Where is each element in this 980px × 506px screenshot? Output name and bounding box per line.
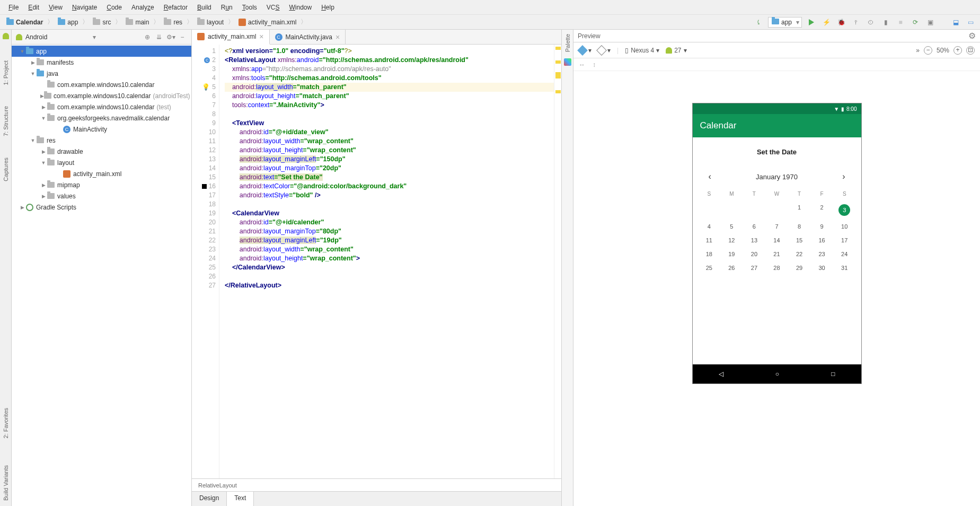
cal-day[interactable]: 5 [720,223,743,230]
run-button[interactable] [806,17,817,28]
profile-icon[interactable]: ⫯ [851,17,861,28]
cal-day[interactable]: 2 [810,204,833,216]
cal-day[interactable]: 9 [810,223,833,230]
zoom-in-button[interactable]: + [953,46,962,55]
crumb-file[interactable]: activity_main.xml [236,18,298,27]
prev-month-icon[interactable]: ‹ [709,172,711,181]
view-dropdown-icon[interactable]: ▾ [93,33,96,41]
tab-mainactivity-java[interactable]: CMainActivity.java× [270,30,346,44]
cal-day[interactable] [720,204,743,216]
attach-debugger-icon[interactable]: ⏲ [866,17,876,28]
tree-pkg-gfg[interactable]: ▼org.geeksforgeeks.navedmalik.calendar [12,112,191,124]
cal-day[interactable]: 31 [833,265,856,271]
cal-day[interactable] [698,204,721,216]
project-structure-icon[interactable]: ⬓ [950,17,961,28]
menu-window[interactable]: Window [285,2,316,13]
cal-day[interactable]: 20 [743,251,766,257]
warning-marker[interactable] [555,47,561,50]
pan-left-icon[interactable]: ↔ [579,61,585,68]
cal-day[interactable]: 26 [720,265,743,271]
zoom-out-button[interactable]: − [924,46,932,55]
warning-marker[interactable] [555,90,561,93]
tree-pkg-androidtest[interactable]: ▶com.example.windows10.calendar(androidT… [12,90,191,101]
more-icon[interactable]: » [916,47,920,54]
cal-day[interactable]: 24 [833,251,856,257]
tab-activity-main[interactable]: activity_main.xml× [192,30,270,45]
tree-java[interactable]: ▼java [12,68,191,79]
tab-project[interactable]: 1: Project [3,60,9,85]
menu-vcs[interactable]: VCS [262,2,284,13]
sync-gradle-icon[interactable]: ⟳ [910,17,921,28]
collapse-all-icon[interactable]: ⇊ [154,32,164,42]
cal-day[interactable]: 17 [833,237,856,243]
design-tab[interactable]: Design [192,492,227,506]
cal-day[interactable]: 13 [743,237,766,243]
hide-panel-icon[interactable]: − [178,32,187,42]
menu-edit[interactable]: Edit [24,2,43,13]
next-month-icon[interactable]: › [842,172,845,181]
tree-mainactivity[interactable]: CMainActivity [12,124,191,135]
project-tree[interactable]: ▼app ▶manifests ▼java com.example.window… [12,45,191,506]
debug-button[interactable]: 🐞 [836,17,846,28]
preview-canvas[interactable]: ▼ ▮ 8:00 Calendar Set the Date ‹ January… [573,71,980,506]
cal-day[interactable]: 12 [720,237,743,243]
tab-build-variants[interactable]: Build Variants [3,465,9,501]
pan-up-icon[interactable]: ↕ [593,61,596,68]
cal-day[interactable]: 25 [698,265,721,271]
tab-captures[interactable]: Captures [3,158,9,181]
avd-manager-icon[interactable]: ▮ [880,17,891,28]
cal-day[interactable]: 14 [765,237,788,243]
make-project-icon[interactable]: ⤹ [753,17,764,28]
tree-layout[interactable]: ▼layout [12,157,191,168]
design-surface-select[interactable]: ▾ [579,47,591,54]
cal-day[interactable]: 6 [743,223,766,230]
cal-day[interactable]: 10 [833,223,856,230]
cal-day[interactable]: 19 [720,251,743,257]
calendar-grid[interactable]: SMTWTFS123456789101112131415161718192021… [698,191,856,271]
tree-values[interactable]: ▶values [12,190,191,202]
cal-day[interactable]: 11 [698,237,721,243]
cal-day[interactable]: 4 [698,223,721,230]
tree-manifests[interactable]: ▶manifests [12,57,191,68]
tree-pkg-main[interactable]: com.example.windows10.calendar [12,79,191,90]
tab-structure[interactable]: 7: Structure [3,106,9,136]
run-config-select[interactable]: app ▾ [768,17,802,28]
color-swatch-icon[interactable] [202,184,207,189]
project-view-label[interactable]: Android [25,33,47,41]
tab-favorites[interactable]: 2: Favorites [3,408,9,438]
tree-res[interactable]: ▼res [12,135,191,146]
menu-code[interactable]: Code [102,2,126,13]
menu-tools[interactable]: Tools [238,2,261,13]
cal-day[interactable] [743,204,766,216]
crumb-app[interactable]: app [56,18,80,27]
menu-navigate[interactable]: Navigate [68,2,101,13]
cal-day[interactable]: 28 [765,265,788,271]
crumb-main[interactable]: main [123,18,151,27]
code-editor[interactable]: <?xml version="1.0" encoding="utf-8"?><R… [219,45,554,478]
menu-file[interactable]: File [4,2,23,13]
cal-day[interactable]: 27 [743,265,766,271]
palette-swatch-icon[interactable] [564,58,571,66]
menu-run[interactable]: Run [217,2,237,13]
line-gutter[interactable]: 1 C2 3 4 💡5 6 7 8 9 10 11 12 13 14 15 16… [192,45,219,478]
error-stripe[interactable] [554,45,561,478]
close-tab-icon[interactable]: × [336,33,340,41]
menu-view[interactable]: View [45,2,67,13]
tree-mipmap[interactable]: ▶mipmap [12,179,191,190]
nav-home-icon[interactable]: ○ [775,370,779,378]
cal-day[interactable]: 29 [788,265,811,271]
lightbulb-icon[interactable]: 💡 [202,83,210,92]
cal-day[interactable]: 16 [810,237,833,243]
crumb-project[interactable]: Calendar [4,18,45,27]
cal-day[interactable]: 15 [788,237,811,243]
tree-layout-file[interactable]: activity_main.xml [12,168,191,179]
menu-build[interactable]: Build [193,2,216,13]
menu-refactor[interactable]: Refactor [160,2,192,13]
editor-breadcrumb[interactable]: RelativeLayout [192,478,561,491]
cal-day[interactable]: 21 [765,251,788,257]
tree-drawable[interactable]: ▶drawable [12,146,191,157]
tree-gradle-scripts[interactable]: ▶Gradle Scripts [12,202,191,213]
scroll-from-source-icon[interactable]: ⊕ [143,32,152,42]
close-tab-icon[interactable]: × [259,32,263,41]
crumb-layout[interactable]: layout [195,18,226,27]
